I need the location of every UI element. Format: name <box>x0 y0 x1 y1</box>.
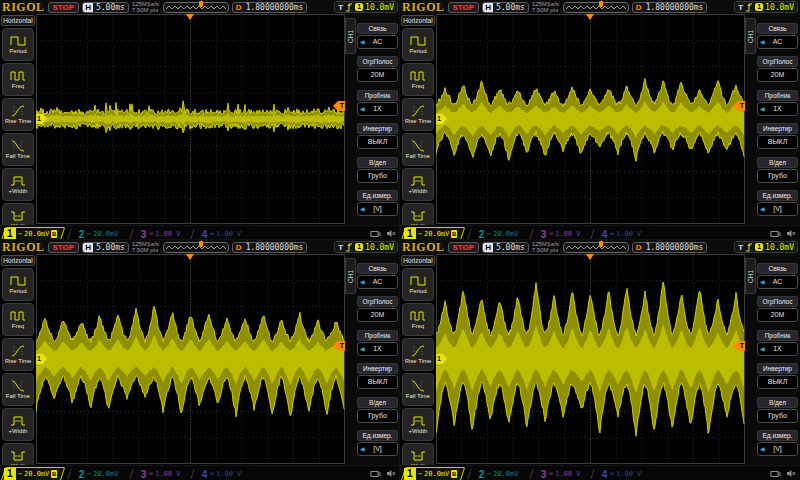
menu-item-plus-width[interactable]: +Width <box>402 408 434 441</box>
menu-item-bandwidth-limit[interactable]: ОгрПолос 20M <box>756 56 799 82</box>
menu-item-volts-div[interactable]: В/дел Грубо <box>756 157 799 183</box>
timebase-readout[interactable]: H 5.00ms <box>482 2 529 13</box>
measure-menu-title[interactable]: Horizontal <box>401 15 435 26</box>
menu-item-volts-div[interactable]: В/дел Грубо <box>756 397 799 423</box>
timebase-readout[interactable]: H 5.00ms <box>482 242 529 253</box>
ch1-menu-tab[interactable]: CH1 <box>745 258 756 294</box>
delay-readout[interactable]: D 1.80000000ms <box>232 2 308 13</box>
menu-item-freq[interactable]: Freq <box>402 303 434 336</box>
menu-item-invert[interactable]: Инвертир ВЫКЛ <box>356 363 399 389</box>
menu-item-coupling[interactable]: Связь ◀AC <box>756 263 799 289</box>
menu-item-rise-time[interactable]: Rise Time <box>402 338 434 371</box>
memory-position-bar[interactable] <box>563 242 629 253</box>
ch4-status-badge[interactable]: 4 = 1.00 V <box>193 227 249 241</box>
menu-item-plus-width[interactable]: +Width <box>2 408 34 441</box>
ch3-status-badge[interactable]: 3 = 1.00 V <box>532 227 588 241</box>
menu-item-bandwidth-limit[interactable]: ОгрПолос 20M <box>356 296 399 322</box>
menu-item-value[interactable]: Грубо <box>357 169 398 183</box>
menu-item-invert[interactable]: Инвертир ВЫКЛ <box>756 123 799 149</box>
memory-position-bar[interactable] <box>163 242 229 253</box>
menu-item-value[interactable]: 20M <box>357 308 398 322</box>
menu-item-period[interactable]: Period <box>402 28 434 61</box>
menu-item-invert[interactable]: Инвертир ВЫКЛ <box>756 363 799 389</box>
menu-item-value[interactable]: 20M <box>757 68 798 82</box>
delay-readout[interactable]: D 1.80000000ms <box>232 242 308 253</box>
memory-position-bar[interactable] <box>163 2 229 13</box>
menu-item-rise-time[interactable]: Rise Time <box>2 98 34 131</box>
menu-item-value[interactable]: ◀[V] <box>357 202 398 216</box>
timebase-readout[interactable]: H 5.00ms <box>82 2 129 13</box>
ch2-status-badge[interactable]: 2 ~ 20.0mV <box>471 467 527 480</box>
menu-item-fall-time[interactable]: Fall Time <box>2 373 34 406</box>
trigger-readout[interactable]: T 1 10.0mV <box>734 1 798 13</box>
ch1-status-badge[interactable]: 1 ~ 20.0mV B <box>1 467 66 480</box>
menu-item-value[interactable]: 20M <box>757 308 798 322</box>
menu-item-value[interactable]: ◀AC <box>357 35 398 49</box>
menu-item-units[interactable]: Ед.измер. ◀[V] <box>756 190 799 216</box>
ch4-status-badge[interactable]: 4 = 1.00 V <box>593 227 649 241</box>
menu-item-freq[interactable]: Freq <box>2 303 34 336</box>
menu-item-units[interactable]: Ед.измер. ◀[V] <box>356 430 399 456</box>
menu-item-value[interactable]: ◀[V] <box>757 202 798 216</box>
ch3-status-badge[interactable]: 3 = 1.00 V <box>532 467 588 480</box>
menu-item-value[interactable]: Грубо <box>357 409 398 423</box>
ch4-status-badge[interactable]: 4 = 1.00 V <box>193 467 249 480</box>
trigger-readout[interactable]: T 1 10.0mV <box>334 1 398 13</box>
delay-readout[interactable]: D 1.80000000ms <box>632 242 708 253</box>
menu-item-probe[interactable]: Пробник ◀1X <box>756 330 799 356</box>
menu-item-fall-time[interactable]: Fall Time <box>402 373 434 406</box>
ch1-status-badge[interactable]: 1 ~ 20.0mV B <box>401 227 466 241</box>
menu-item-invert[interactable]: Инвертир ВЫКЛ <box>356 123 399 149</box>
ch1-status-badge[interactable]: 1 ~ 20.0mV B <box>1 227 66 241</box>
menu-item-value[interactable]: ◀1X <box>757 102 798 116</box>
menu-item-coupling[interactable]: Связь ◀AC <box>356 23 399 49</box>
ch4-status-badge[interactable]: 4 = 1.00 V <box>593 467 649 480</box>
menu-item-probe[interactable]: Пробник ◀1X <box>356 330 399 356</box>
ch1-menu-tab[interactable]: CH1 <box>345 18 356 54</box>
ch1-status-badge[interactable]: 1 ~ 20.0mV B <box>401 467 466 480</box>
delay-readout[interactable]: D 1.80000000ms <box>632 2 708 13</box>
run-status-badge[interactable]: STOP <box>448 2 480 13</box>
menu-item-value[interactable]: ВЫКЛ <box>757 135 798 149</box>
menu-item-value[interactable]: ◀1X <box>757 342 798 356</box>
menu-item-value[interactable]: ◀AC <box>757 35 798 49</box>
menu-item-probe[interactable]: Пробник ◀1X <box>756 90 799 116</box>
menu-item-value[interactable]: 20M <box>357 68 398 82</box>
menu-item-plus-width[interactable]: +Width <box>402 168 434 201</box>
menu-item-probe[interactable]: Пробник ◀1X <box>356 90 399 116</box>
menu-item-value[interactable]: ◀1X <box>357 342 398 356</box>
menu-item-rise-time[interactable]: Rise Time <box>2 338 34 371</box>
measure-menu-title[interactable]: Horizontal <box>401 255 435 266</box>
measure-menu-title[interactable]: Horizontal <box>1 255 35 266</box>
ch1-menu-tab[interactable]: CH1 <box>745 18 756 54</box>
menu-item-volts-div[interactable]: В/дел Грубо <box>356 157 399 183</box>
run-status-badge[interactable]: STOP <box>448 242 480 253</box>
menu-item-value[interactable]: Грубо <box>757 169 798 183</box>
menu-item-value[interactable]: ВЫКЛ <box>357 375 398 389</box>
memory-position-bar[interactable] <box>563 2 629 13</box>
menu-item-period[interactable]: Period <box>402 268 434 301</box>
menu-item-units[interactable]: Ед.измер. ◀[V] <box>756 430 799 456</box>
ch2-status-badge[interactable]: 2 ~ 20.0mV <box>471 227 527 241</box>
menu-item-value[interactable]: ВЫКЛ <box>757 375 798 389</box>
menu-item-volts-div[interactable]: В/дел Грубо <box>356 397 399 423</box>
menu-item-coupling[interactable]: Связь ◀AC <box>756 23 799 49</box>
menu-item-value[interactable]: ◀AC <box>357 275 398 289</box>
ch1-menu-tab[interactable]: CH1 <box>345 258 356 294</box>
run-status-badge[interactable]: STOP <box>48 2 80 13</box>
timebase-readout[interactable]: H 5.00ms <box>82 242 129 253</box>
menu-item-bandwidth-limit[interactable]: ОгрПолос 20M <box>756 296 799 322</box>
menu-item-freq[interactable]: Freq <box>402 63 434 96</box>
menu-item-fall-time[interactable]: Fall Time <box>2 133 34 166</box>
ch3-status-badge[interactable]: 3 = 1.00 V <box>132 227 188 241</box>
trigger-readout[interactable]: T 1 10.0mV <box>334 241 398 253</box>
measure-menu-title[interactable]: Horizontal <box>1 15 35 26</box>
menu-item-period[interactable]: Period <box>2 28 34 61</box>
menu-item-value[interactable]: ◀[V] <box>757 442 798 456</box>
ch2-status-badge[interactable]: 2 ~ 20.0mV <box>71 227 127 241</box>
ch3-status-badge[interactable]: 3 = 1.00 V <box>132 467 188 480</box>
run-status-badge[interactable]: STOP <box>48 242 80 253</box>
ch2-status-badge[interactable]: 2 ~ 20.0mV <box>71 467 127 480</box>
menu-item-rise-time[interactable]: Rise Time <box>402 98 434 131</box>
menu-item-value[interactable]: Грубо <box>757 409 798 423</box>
